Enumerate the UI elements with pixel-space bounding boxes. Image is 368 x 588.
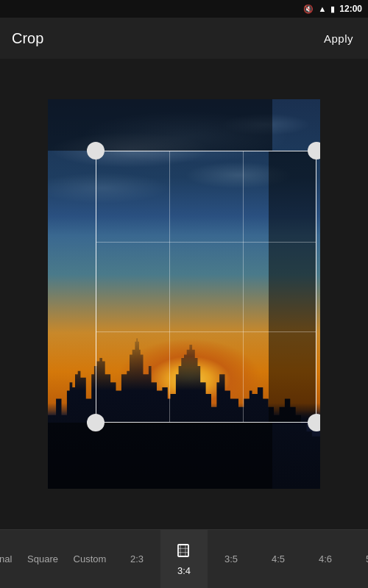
photo-container [48,99,320,489]
apply-button[interactable]: Apply [321,26,356,51]
crop-ratio-icon [175,542,193,562]
tab-4:6[interactable]: 4:6 [302,530,349,589]
tab-label-custom: Custom [74,553,107,564]
wifi-icon: ▲ [318,4,326,13]
dim-right [269,151,316,423]
dim-bottom [48,423,272,489]
bottom-tabs-bar: OriginalSquareCustom2:3 3:43:54:54:65:65 [0,529,368,588]
tab-custom[interactable]: Custom [66,530,113,589]
tab-5:6[interactable]: 5:6 [349,530,368,589]
status-bar: 🔇 ▲ ▮ 12:00 [0,0,368,18]
tab-label-2:3: 2:3 [130,553,144,564]
tab-label-3:4: 3:4 [177,565,191,576]
dim-top [48,99,272,151]
top-bar: Crop Apply [0,18,368,59]
image-area [0,59,368,529]
tab-label-4:6: 4:6 [319,553,332,564]
tab-label-3:5: 3:5 [224,553,238,564]
battery-icon: ▮ [330,4,335,14]
tab-3:5[interactable]: 3:5 [208,530,255,589]
tab-original[interactable]: Original [0,530,19,589]
svg-rect-0 [178,545,188,556]
status-time: 12:00 [339,4,362,14]
tab-label-original: Original [0,553,12,564]
tab-label-4:5: 4:5 [272,553,285,564]
tab-square[interactable]: Square [19,530,66,589]
tab-label-square: Square [27,553,58,564]
tab-2:3[interactable]: 2:3 [113,530,160,589]
mute-icon: 🔇 [303,4,314,14]
page-title: Crop [12,30,43,47]
tab-3:4[interactable]: 3:4 [160,530,208,589]
tab-4:5[interactable]: 4:5 [255,530,302,589]
